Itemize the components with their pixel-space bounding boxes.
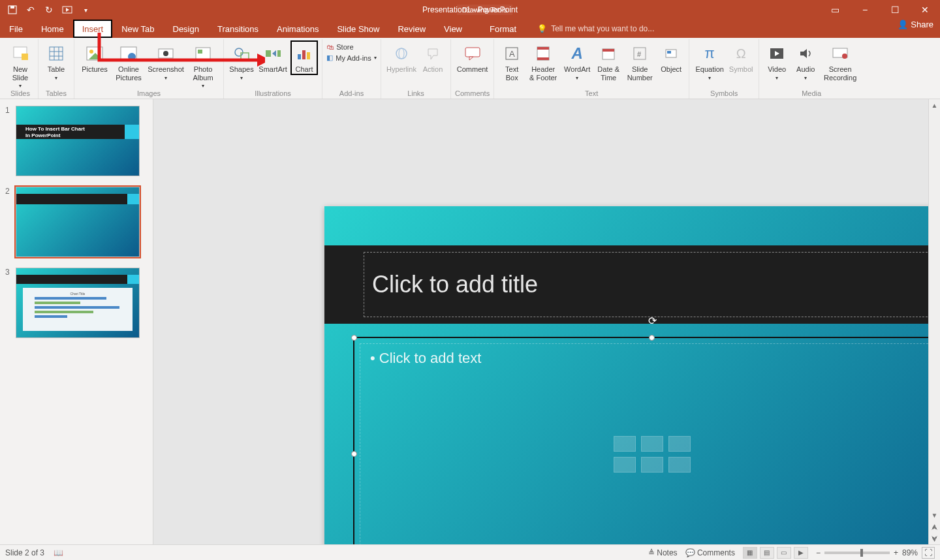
save-icon[interactable] (7, 4, 18, 16)
tab-insert[interactable]: Insert (73, 20, 113, 38)
thumbnail-3[interactable]: 3 Chart Title (5, 268, 148, 338)
thumbnail-slide-3[interactable]: Chart Title (16, 268, 140, 338)
thumbnail-slide-2[interactable] (16, 187, 140, 257)
wordart-icon: A (567, 43, 588, 64)
svg-rect-31 (465, 48, 480, 57)
new-slide-button[interactable]: New Slide ▾ (7, 40, 34, 89)
ribbon: New Slide ▾ Slides Table ▾ Tables Pictur… (0, 38, 940, 99)
tab-transitions[interactable]: Transitions (208, 20, 268, 38)
photo-album-button[interactable]: Photo Album ▾ (187, 40, 219, 89)
redo-icon[interactable]: ↻ (43, 4, 55, 16)
header-footer-button[interactable]: Header & Footer (527, 40, 559, 82)
tab-new-tab[interactable]: New Tab (112, 20, 163, 38)
insert-online-pictures-icon[interactable] (641, 457, 663, 473)
slide-number-button[interactable]: # Slide Number (623, 40, 656, 82)
shapes-button[interactable]: Shapes ▾ (228, 40, 255, 81)
audio-button[interactable]: Audio ▾ (792, 40, 819, 81)
comments-button[interactable]: 💬 Comments (685, 548, 735, 557)
notes-label: Notes (657, 548, 677, 557)
close-button[interactable]: ✕ (910, 0, 940, 20)
tab-home[interactable]: Home (32, 20, 73, 38)
handle-nw[interactable] (351, 335, 357, 341)
maximize-button[interactable]: ☐ (880, 0, 910, 20)
slideshow-view-icon[interactable]: ▶ (794, 547, 808, 559)
qat-customize-icon[interactable]: ▾ (80, 4, 91, 16)
tab-design[interactable]: Design (164, 20, 208, 38)
zoom-out-button[interactable]: − (816, 548, 821, 557)
group-label-addins: Add-ins (339, 89, 364, 97)
text-box-button[interactable]: A Text Box (498, 40, 525, 82)
rotate-handle-icon[interactable]: ⟳ (648, 315, 657, 327)
title-placeholder[interactable]: Click to add title (364, 252, 934, 317)
tab-slide-show[interactable]: Slide Show (328, 20, 388, 38)
thumbnail-1[interactable]: 1 How To Insert Bar ChartIn PowerPoint (5, 106, 148, 176)
dropdown-icon: ▾ (776, 75, 778, 81)
smartart-label: SmartArt (258, 65, 287, 74)
content-placeholder[interactable]: ⟳ • Click to add text (353, 337, 940, 544)
comment-button[interactable]: Comment (456, 40, 489, 74)
slide-thumbnails-panel[interactable]: 1 How To Insert Bar ChartIn PowerPoint 2… (0, 99, 153, 544)
scroll-down-icon[interactable]: ▼ (929, 509, 940, 521)
undo-icon[interactable]: ↶ (25, 4, 37, 16)
tab-view[interactable]: View (435, 20, 471, 38)
tab-format[interactable]: Format (480, 20, 525, 38)
store-button[interactable]: 🛍 Store (326, 43, 376, 51)
slide-canvas-area[interactable]: Click to add title ⟳ • Click to add text (153, 99, 940, 544)
next-slide-icon[interactable]: ⮟ (929, 533, 940, 544)
video-button[interactable]: Video ▾ (763, 40, 791, 81)
online-pictures-button[interactable]: Online Pictures (112, 40, 145, 82)
thumbnail-slide-1[interactable]: How To Insert Bar ChartIn PowerPoint (16, 106, 140, 176)
insert-pictures-icon[interactable] (614, 457, 636, 473)
dropdown-icon: ▾ (19, 83, 22, 89)
normal-view-icon[interactable]: ▦ (743, 547, 757, 559)
dropdown-icon: ▾ (374, 55, 377, 61)
ribbon-display-options-icon[interactable]: ▭ (820, 0, 850, 20)
title-placeholder-text: Click to add title (372, 271, 538, 298)
screen-recording-button[interactable]: Screen Recording (821, 40, 860, 82)
reading-view-icon[interactable]: ▭ (777, 547, 791, 559)
share-icon: 👤 (898, 20, 908, 29)
date-time-icon (598, 43, 619, 64)
wordart-button[interactable]: A WordArt ▾ (561, 40, 593, 81)
tab-animations[interactable]: Animations (268, 20, 328, 38)
tell-me-search[interactable]: 💡 Tell me what you want to do... (537, 20, 654, 38)
pictures-button[interactable]: Pictures (78, 40, 111, 74)
insert-smartart-icon[interactable] (668, 436, 691, 452)
zoom-slider[interactable] (824, 552, 890, 554)
spellcheck-icon[interactable]: 📖 (54, 548, 63, 557)
screenshot-button[interactable]: Screenshot ▾ (146, 40, 185, 81)
chart-button[interactable]: Chart (290, 40, 318, 75)
my-addins-button[interactable]: ◧ My Add-ins ▾ (326, 54, 376, 62)
shapes-label: Shapes (229, 65, 253, 74)
insert-table-icon[interactable] (614, 436, 636, 452)
slide-sorter-icon[interactable]: ▤ (760, 547, 774, 559)
start-from-beginning-icon[interactable] (61, 4, 73, 16)
date-time-button[interactable]: Date & Time (595, 40, 622, 82)
photo-album-icon (193, 43, 213, 64)
smartart-button[interactable]: SmartArt (257, 40, 289, 74)
insert-chart-icon[interactable] (641, 436, 663, 452)
insert-video-icon[interactable] (668, 457, 691, 473)
scroll-up-icon[interactable]: ▲ (929, 99, 940, 111)
vertical-scrollbar[interactable]: ▲ ▼ ⮝ ⮟ (928, 99, 940, 544)
symbol-button[interactable]: Ω Symbol (727, 40, 755, 74)
tab-file[interactable]: File (0, 20, 32, 38)
thumbnail-2[interactable]: 2 (5, 187, 148, 257)
table-button[interactable]: Table ▾ (42, 40, 70, 81)
notes-button[interactable]: ≜ Notes (648, 548, 678, 557)
object-button[interactable]: Object (657, 40, 685, 74)
fit-to-window-icon[interactable]: ⛶ (922, 547, 935, 559)
minimize-button[interactable]: − (850, 0, 880, 20)
prev-slide-icon[interactable]: ⮝ (929, 521, 940, 533)
zoom-level[interactable]: 89% (902, 548, 918, 557)
handle-n[interactable] (649, 335, 655, 341)
action-button[interactable]: Action (419, 40, 446, 74)
zoom-in-button[interactable]: + (894, 548, 898, 557)
handle-w[interactable] (351, 451, 357, 457)
object-icon (661, 43, 682, 64)
zoom-control: − + 89% ⛶ (816, 547, 935, 559)
hyperlink-button[interactable]: Hyperlink (385, 40, 418, 74)
equation-button[interactable]: π Equation ▾ (693, 40, 726, 81)
tab-review[interactable]: Review (388, 20, 435, 38)
share-button[interactable]: 👤 Share (898, 20, 933, 29)
